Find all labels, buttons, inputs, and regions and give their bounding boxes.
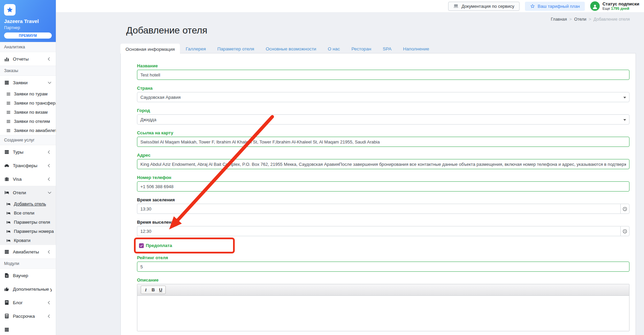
sidebar-item-label: Туры (13, 150, 45, 155)
tab-spa[interactable]: SPA (377, 45, 397, 53)
map-link-input[interactable] (137, 137, 629, 147)
sidebar-item-label: Заявки (13, 80, 45, 85)
tab-restaurant[interactable]: Ресторан (346, 45, 377, 53)
sidebar-item-add-hotel[interactable]: Добавить отель (0, 199, 56, 208)
description-editor: I B U (137, 284, 629, 331)
checkin-time-input[interactable] (137, 204, 620, 214)
brand-header: Jazeera Travel Партнер ПРЕМИУМ (0, 0, 56, 42)
sidebar-item-requests-hotels[interactable]: Заявки по отелям (0, 117, 56, 126)
person-icon (592, 3, 598, 10)
sidebar-item-beds[interactable]: Кровати (0, 236, 56, 245)
tab-about[interactable]: О нас (322, 45, 346, 53)
underline-button[interactable]: U (157, 286, 164, 293)
documentation-button[interactable]: Документация по сервису (448, 2, 519, 11)
sidebar-item-installment[interactable]: Рассрочка (0, 309, 56, 323)
country-select-value: Саудовская Аравия (140, 95, 181, 100)
sidebar-item-air[interactable]: Авиабилеты (0, 245, 56, 259)
sidebar-section-analytics: Аналитика (0, 42, 56, 52)
sidebar-item-hotels[interactable]: Отели (0, 186, 56, 199)
field-rating: Рейтинг отеля (137, 255, 629, 272)
bed-icon (4, 190, 9, 195)
laptop-icon (453, 3, 459, 9)
sidebar: Jazeera Travel Партнер ПРЕМИУМ Аналитика… (0, 0, 56, 335)
checkout-time-input[interactable] (137, 226, 620, 236)
prepayment-checkbox-row[interactable]: Предоплата (139, 243, 230, 248)
sidebar-item-transfers[interactable]: Трансферы (0, 159, 56, 172)
checkin-time-label: Время заселения (137, 197, 629, 203)
sidebar-item-requests-visas[interactable]: Заявки по визам (0, 108, 56, 117)
chevron-left-icon (48, 177, 51, 181)
sidebar-item-label: Добавить отель (14, 201, 46, 206)
tab-gallery[interactable]: Галлерея (180, 45, 212, 53)
sidebar-section-orders: Заказы (0, 66, 56, 76)
breadcrumb-home[interactable]: Главная (551, 17, 567, 22)
clock-icon[interactable] (620, 204, 629, 214)
breadcrumb: Главная > Отели > Добавление отеля (551, 17, 630, 22)
sidebar-item-requests-air[interactable]: Заявки по авиабилетам (0, 126, 56, 135)
sidebar-item-label: Блог (13, 300, 45, 305)
tariff-plan-button[interactable]: Ваш тарифный план (525, 2, 585, 11)
sidebar-item-blog[interactable]: Блог (0, 296, 56, 309)
sidebar-item-tours[interactable]: Туры (0, 145, 56, 159)
sidebar-item-requests-tours[interactable]: Заявки по турам (0, 89, 56, 98)
bed-icon (6, 211, 11, 216)
menu-icon (6, 128, 11, 133)
sidebar-item-extra-services[interactable]: Дополнительные услуги (0, 282, 56, 296)
italic-button[interactable]: I (142, 286, 150, 293)
field-address: Адрес (137, 152, 629, 169)
country-label: Страна (137, 85, 629, 91)
address-input[interactable] (137, 159, 629, 169)
name-label: Название (137, 63, 629, 69)
menu-icon (6, 110, 11, 115)
tab-content[interactable]: Наполнение (397, 45, 435, 53)
field-country: Страна Саудовская Аравия (137, 85, 629, 102)
bed-icon (6, 202, 11, 206)
field-name: Название (137, 63, 629, 80)
sidebar-item-partial[interactable] (0, 323, 56, 335)
subscription-days-prefix: Еще (602, 6, 611, 10)
sidebar-item-reports[interactable]: Отчеты (0, 52, 56, 66)
sidebar-item-requests-transfers[interactable]: Заявки по трансферам (0, 98, 56, 108)
brand-name: Jazeera Travel (4, 18, 52, 24)
subscription-status[interactable]: Статус подписки Еще 1795 дней (590, 1, 639, 11)
sidebar-item-label: Visa (13, 177, 45, 182)
rating-input[interactable] (137, 262, 629, 272)
sidebar-item-room-params[interactable]: Параметры номера (0, 227, 56, 236)
tab-hotel-parameter[interactable]: Параметер отеля (212, 45, 260, 53)
breadcrumb-hotels[interactable]: Отели (574, 17, 586, 22)
tab-main-info[interactable]: Основная информация (120, 44, 180, 53)
sidebar-section-modules: Модули (0, 259, 56, 269)
sidebar-item-visa[interactable]: Visa (0, 172, 56, 186)
sidebar-item-label: Заявки по визам (14, 110, 48, 115)
subscription-days: Еще 1795 дней (602, 6, 639, 11)
clock-icon[interactable] (620, 226, 629, 236)
phone-input[interactable] (137, 181, 629, 192)
city-select[interactable]: Джидда (137, 114, 629, 125)
tab-main-features[interactable]: Основные возможности (260, 45, 322, 53)
breadcrumb-separator: > (589, 17, 591, 22)
bold-button[interactable]: B (150, 286, 157, 293)
sidebar-item-requests[interactable]: Заявки (0, 76, 56, 89)
country-select[interactable]: Саудовская Аравия (137, 92, 629, 102)
bed-icon (6, 220, 11, 225)
sidebar-item-hotel-params[interactable]: Параметры отеля (0, 218, 56, 227)
prepayment-checkbox[interactable] (139, 243, 144, 248)
prepayment-label: Предоплата (146, 243, 172, 248)
breadcrumb-current: Добавление отеля (594, 17, 630, 22)
name-input[interactable] (137, 70, 629, 80)
star-outline-icon (530, 4, 535, 9)
editor-toolbar: I B U (137, 284, 629, 296)
subscription-days-value: 1795 дней (611, 6, 629, 10)
sidebar-item-all-hotels[interactable]: Все отели (0, 208, 56, 218)
chevron-left-icon (48, 57, 51, 61)
field-map-link: Ссылка на карту (137, 130, 629, 147)
thumbs-up-icon (4, 286, 9, 292)
sidebar-item-voucher[interactable]: Ваучер (0, 269, 56, 282)
suitcase-icon (4, 176, 9, 182)
description-textarea[interactable] (137, 296, 629, 331)
sidebar-item-label: Параметры отеля (14, 220, 50, 225)
sidebar-item-label: Параметры номера (14, 229, 54, 234)
book-icon (4, 300, 9, 305)
chevron-left-icon (48, 314, 51, 318)
premium-badge[interactable]: ПРЕМИУМ (4, 32, 52, 39)
